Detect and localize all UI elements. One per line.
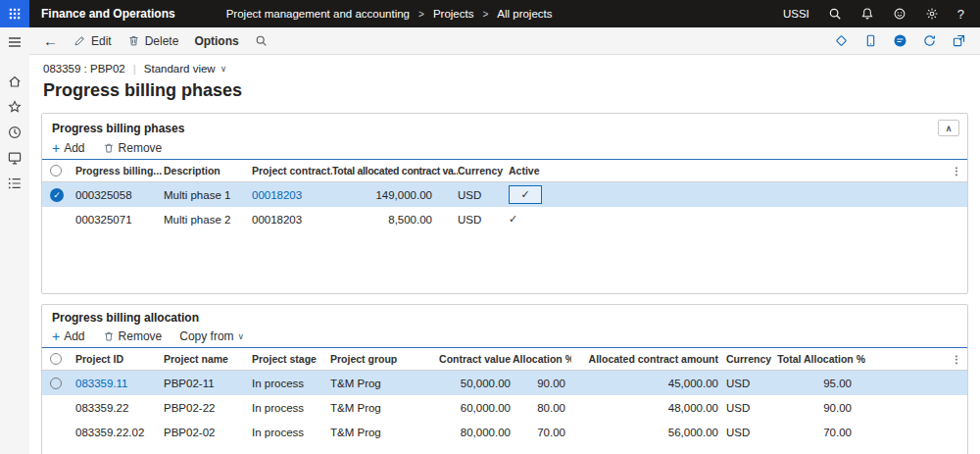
col-allocation-pct[interactable]: Allocation %	[513, 353, 571, 365]
col-project-stage[interactable]: Project stage	[252, 353, 330, 365]
cell-progress-billing-id[interactable]: 000325058	[75, 189, 164, 201]
cell-project-contract-link[interactable]: 00018203	[252, 189, 332, 201]
message-center-icon[interactable]	[893, 33, 907, 48]
active-checkbox[interactable]: ✓	[509, 213, 517, 225]
cell-project-stage[interactable]: In process	[252, 402, 330, 414]
grid-more-options[interactable]: ⋮	[944, 165, 961, 177]
phases-remove-button[interactable]: Remove	[103, 141, 163, 155]
allocation-row[interactable]: 083359.11 PBP02-11 In process T&M Prog 5…	[42, 371, 967, 395]
record-id: 083359 : PBP02	[43, 63, 125, 75]
col-contract-value[interactable]: Contract value	[409, 353, 513, 365]
device-icon[interactable]	[863, 33, 878, 48]
cell-project-stage[interactable]: In process	[252, 378, 330, 389]
open-in-new-window-icon[interactable]	[952, 33, 966, 48]
breadcrumb-item-projects[interactable]: Projects	[433, 8, 474, 20]
row-selected-check-icon[interactable]: ✓	[50, 188, 64, 202]
back-button[interactable]: ←	[35, 32, 66, 49]
cell-contract-value[interactable]: 50,000.00	[409, 378, 513, 389]
delete-button[interactable]: Delete	[120, 27, 187, 54]
modules-list-icon[interactable]	[7, 176, 23, 191]
workspaces-monitor-icon[interactable]	[7, 150, 23, 166]
cell-total-allocation-pct[interactable]: 70.00	[777, 427, 865, 438]
breadcrumb-item-module[interactable]: Project management and accounting	[226, 8, 410, 20]
cell-description[interactable]: Multi phase 2	[164, 214, 252, 226]
col-active[interactable]: Active	[509, 165, 577, 177]
col-project-contract[interactable]: Project contract...	[252, 165, 332, 177]
col-total-allocated[interactable]: Total allocated contract va...	[332, 165, 458, 177]
recent-clock-icon[interactable]	[7, 125, 23, 140]
select-all-circle[interactable]	[50, 165, 62, 177]
view-switcher[interactable]: Standard view ∨	[144, 63, 226, 75]
cell-allocation-pct[interactable]: 70.00	[513, 427, 571, 438]
feedback-smiley-icon[interactable]	[893, 7, 906, 21]
grid-more-options[interactable]: ⋮	[944, 353, 961, 365]
col-allocated-amount[interactable]: Allocated contract amount	[571, 353, 718, 365]
col-currency[interactable]: Currency	[458, 165, 509, 177]
phases-row[interactable]: ✓ 000325058 Multi phase 1 00018203 149,0…	[42, 182, 967, 207]
cell-project-group[interactable]: T&M Prog	[330, 378, 409, 389]
cell-project-group[interactable]: T&M Prog	[330, 427, 409, 438]
home-icon[interactable]	[7, 74, 23, 89]
copy-from-button[interactable]: Copy from ∨	[179, 329, 244, 343]
cell-description[interactable]: Multi phase 1	[164, 189, 252, 201]
active-checkbox[interactable]: ✓	[509, 185, 542, 204]
col-project-name[interactable]: Project name	[164, 353, 252, 365]
allocation-row[interactable]: 083359.22.02 PBP02-02 In process T&M Pro…	[42, 420, 967, 444]
cell-total-allocation-pct[interactable]: 90.00	[777, 402, 865, 414]
cell-allocated-amount[interactable]: 45,000.00	[571, 378, 718, 389]
cell-currency[interactable]: USD	[718, 378, 777, 389]
select-all-circle[interactable]	[50, 353, 62, 365]
col-total-allocation-pct[interactable]: Total Allocation %	[777, 353, 865, 365]
cell-project-name[interactable]: PBP02-02	[164, 427, 252, 438]
edit-button[interactable]: Edit	[66, 27, 120, 54]
cell-project-name[interactable]: PBP02-11	[164, 378, 252, 389]
allocation-row[interactable]: 083359.22 PBP02-22 In process T&M Prog 6…	[42, 395, 967, 420]
cell-currency[interactable]: USD	[458, 214, 509, 226]
allocation-add-button[interactable]: + Add	[52, 329, 85, 343]
help-icon[interactable]: ?	[957, 7, 964, 22]
app-launcher-button[interactable]	[0, 0, 29, 27]
favorites-star-icon[interactable]	[7, 99, 23, 115]
cell-total-allocation-pct[interactable]: 95.00	[777, 378, 865, 389]
cell-currency[interactable]: USD	[718, 402, 777, 414]
cell-allocated-amount[interactable]: 56,000.00	[571, 427, 718, 438]
cell-project-name[interactable]: PBP02-22	[164, 402, 252, 414]
col-progress-billing[interactable]: Progress billing...↑	[75, 165, 164, 177]
cell-total-allocated[interactable]: 8,500.00	[332, 214, 458, 226]
cell-allocation-pct[interactable]: 80.00	[513, 402, 571, 414]
row-select-circle[interactable]	[50, 378, 62, 389]
cell-contract-value[interactable]: 60,000.00	[409, 402, 513, 414]
cell-project-id[interactable]: 083359.22.02	[75, 427, 164, 438]
power-apps-diamond-icon[interactable]	[834, 33, 849, 48]
breadcrumb-item-all-projects[interactable]: All projects	[497, 8, 552, 20]
cell-project-contract[interactable]: 00018203	[252, 214, 332, 226]
col-project-group[interactable]: Project group	[330, 353, 409, 365]
cell-currency[interactable]: USD	[718, 427, 777, 438]
app-name[interactable]: Finance and Operations	[41, 7, 175, 21]
collapse-panel-button[interactable]: ∧	[938, 120, 959, 136]
cell-project-group[interactable]: T&M Prog	[330, 402, 409, 414]
allocation-remove-button[interactable]: Remove	[103, 329, 163, 343]
search-icon[interactable]	[828, 7, 842, 21]
options-menu[interactable]: Options	[186, 27, 246, 54]
cell-project-id[interactable]: 083359.22	[75, 402, 164, 414]
col-currency[interactable]: Currency	[718, 353, 777, 365]
actionbar-search-button[interactable]	[247, 27, 275, 54]
cell-currency[interactable]: USD	[458, 189, 509, 201]
notifications-bell-icon[interactable]	[860, 7, 874, 21]
settings-gear-icon[interactable]	[925, 7, 939, 21]
cell-allocation-pct[interactable]: 90.00	[513, 378, 571, 389]
refresh-icon[interactable]	[922, 33, 937, 48]
company-picker[interactable]: USSI	[783, 8, 809, 20]
phases-row[interactable]: 000325071 Multi phase 2 00018203 8,500.0…	[42, 207, 967, 231]
cell-allocated-amount[interactable]: 48,000.00	[571, 402, 718, 414]
cell-total-allocated[interactable]: 149,000.00	[332, 189, 458, 201]
cell-progress-billing-id[interactable]: 000325071	[75, 214, 164, 226]
cell-project-id-link[interactable]: 083359.11	[75, 378, 164, 389]
cell-project-stage[interactable]: In process	[252, 427, 330, 438]
col-project-id[interactable]: Project ID	[75, 353, 164, 365]
col-description[interactable]: Description	[164, 165, 252, 177]
phases-add-button[interactable]: + Add	[52, 141, 85, 155]
expand-nav-hamburger-icon[interactable]	[7, 34, 23, 50]
cell-contract-value[interactable]: 80,000.00	[409, 427, 513, 438]
